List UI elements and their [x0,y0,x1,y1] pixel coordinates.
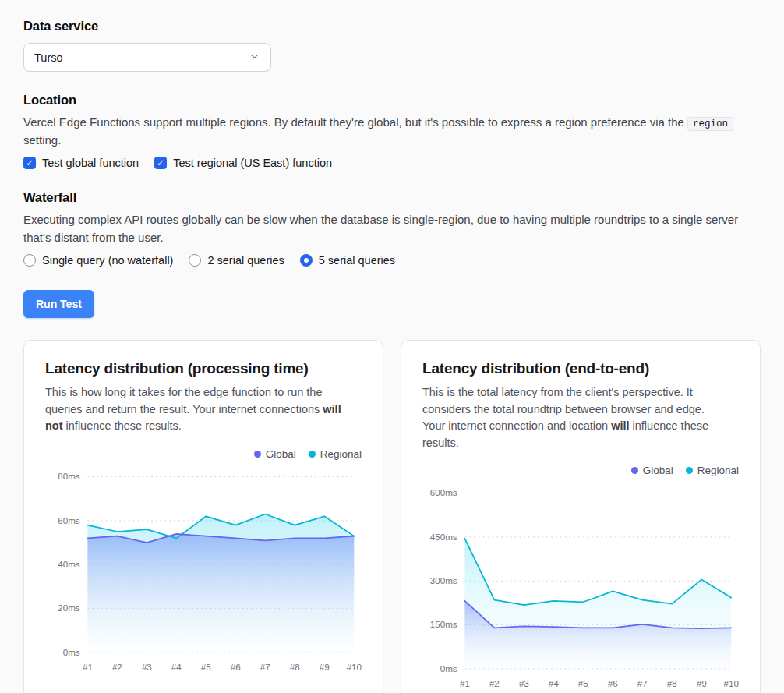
svg-text:#8: #8 [290,662,300,672]
card-title: Latency distribution (processing time) [45,360,362,377]
location-heading: Location [23,93,761,108]
data-service-select-value: Turso [34,51,63,64]
svg-text:0ms: 0ms [63,646,80,656]
svg-text:#5: #5 [578,678,588,688]
svg-text:#6: #6 [608,678,618,688]
legend-regional-label: Regional [320,448,362,460]
svg-text:#10: #10 [347,662,362,672]
processing-time-chart: 0ms20ms40ms60ms80ms#1#2#3#4#5#6#7#8#9#10 [45,466,362,680]
checkbox-icon [154,157,167,169]
checkbox-icon [23,157,36,169]
svg-text:#10: #10 [724,678,739,688]
global-dot-icon [254,451,261,458]
svg-text:#9: #9 [697,678,707,688]
location-description: Vercel Edge Functions support multiple r… [23,114,761,149]
checkbox-label: Test regional (US East) function [173,157,332,169]
card-description: This is how long it takes for the edge f… [45,384,343,434]
card-description-bold: will [611,419,629,432]
svg-text:#8: #8 [667,678,677,688]
checkbox-test-global-function[interactable]: Test global function [23,157,139,169]
radio-label: 2 serial queries [207,254,284,267]
svg-text:#2: #2 [112,662,122,672]
radio-icon [189,254,201,267]
svg-text:#7: #7 [637,678,648,688]
waterfall-heading: Waterfall [23,190,761,205]
regional-dot-icon [686,467,693,474]
svg-text:0ms: 0ms [440,663,457,674]
regional-dot-icon [309,451,316,458]
global-dot-icon [631,467,638,474]
checkbox-test-regional-function[interactable]: Test regional (US East) function [154,157,332,169]
svg-text:40ms: 40ms [58,559,80,569]
legend-regional: Regional [309,448,362,460]
run-test-button[interactable]: Run Test [23,290,94,318]
svg-text:#6: #6 [231,662,241,672]
svg-text:600ms: 600ms [430,488,457,498]
processing-time-card: Latency distribution (processing time) T… [23,340,383,693]
end-to-end-chart: 0ms150ms300ms450ms600ms#1#2#3#4#5#6#7#8#… [422,483,739,693]
radio-5-serial-queries[interactable]: 5 serial queries [300,254,395,267]
radio-label: 5 serial queries [319,254,395,267]
card-title: Latency distribution (end-to-end) [422,360,739,377]
location-description-suffix: setting. [23,133,61,147]
legend-global-label: Global [643,465,673,476]
legend-regional: Regional [686,465,739,476]
svg-text:#3: #3 [142,662,152,672]
svg-text:#9: #9 [320,662,330,672]
location-checkbox-row: Test global function Test regional (US E… [23,157,761,169]
radio-single-query[interactable]: Single query (no waterfall) [23,254,173,267]
legend-global: Global [631,465,673,476]
legend-regional-label: Regional [697,465,739,476]
legend-global: Global [254,448,296,460]
card-description-suffix: influence these results. [63,419,182,432]
chart-legend: Global Regional [422,465,739,476]
region-code: region [687,117,733,131]
waterfall-description: Executing complex API routes globally ca… [23,211,761,246]
svg-text:#5: #5 [201,662,211,672]
svg-text:450ms: 450ms [430,532,457,542]
svg-text:80ms: 80ms [58,471,80,481]
card-description: This is the total latency from the clien… [422,384,720,451]
svg-text:300ms: 300ms [430,575,457,585]
svg-text:150ms: 150ms [430,620,457,630]
data-service-select[interactable]: Turso [23,43,271,72]
radio-icon [23,254,36,267]
charts-row: Latency distribution (processing time) T… [23,340,761,693]
radio-icon [300,254,313,267]
radio-2-serial-queries[interactable]: 2 serial queries [189,254,284,267]
svg-text:#4: #4 [549,678,559,688]
svg-text:20ms: 20ms [58,603,80,613]
svg-text:#3: #3 [519,678,529,688]
data-service-heading: Data service [23,19,761,34]
end-to-end-card: Latency distribution (end-to-end) This i… [401,340,761,693]
svg-text:#1: #1 [83,662,93,672]
svg-text:#1: #1 [460,678,470,688]
chart-legend: Global Regional [45,448,362,460]
checkbox-label: Test global function [42,157,139,169]
latency-test-page: Data service Turso Location Vercel Edge … [0,0,784,693]
legend-global-label: Global [266,448,296,460]
card-description-text: This is how long it takes for the edge f… [45,386,323,415]
svg-text:#7: #7 [260,662,270,672]
radio-label: Single query (no waterfall) [42,254,173,267]
chevron-down-icon [249,51,260,65]
svg-text:#2: #2 [489,678,500,688]
svg-text:#4: #4 [171,662,182,672]
waterfall-radio-row: Single query (no waterfall) 2 serial que… [23,254,761,267]
location-description-text: Vercel Edge Functions support multiple r… [23,115,687,129]
svg-text:60ms: 60ms [58,514,80,525]
